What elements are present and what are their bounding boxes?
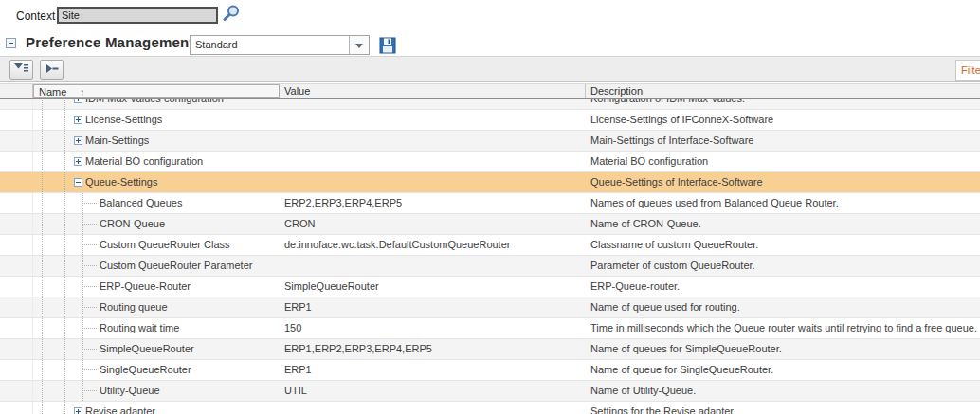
row-description: Name of CRON-Queue.: [586, 214, 980, 234]
row-value: [280, 152, 586, 171]
table-row[interactable]: IDM Max Values configuration Konfigurati…: [0, 99, 980, 110]
row-value: CRON: [280, 214, 586, 234]
row-name: License-Settings: [85, 110, 162, 130]
table-row[interactable]: Main-Settings Main-Settings of Interface…: [0, 131, 980, 152]
table-header: Name↑ Value Description: [0, 83, 980, 99]
expand-icon[interactable]: [74, 116, 82, 124]
row-description: Material BO configuration: [586, 152, 980, 171]
collapse-icon[interactable]: [74, 178, 82, 187]
row-value: [280, 110, 586, 130]
expand-icon[interactable]: [74, 407, 82, 414]
context-input[interactable]: [57, 7, 218, 24]
row-description: Classname of custom QueueRouter.: [586, 235, 980, 255]
row-name: Main-Settings: [85, 131, 149, 151]
table-row[interactable]: Utility-Queue UTIL Name of Utility-Queue…: [0, 381, 980, 402]
filter-toolbar-button[interactable]: [9, 60, 33, 80]
row-name: SingleQueueRouter: [100, 360, 191, 380]
column-header-description[interactable]: Description: [586, 84, 980, 98]
row-value: ERP2,ERP3,ERP4,ERP5: [280, 193, 586, 213]
row-description: Time in milliseconds which the Queue rou…: [586, 318, 980, 338]
row-description: Name of queues for SimpleQueueRouter.: [586, 339, 980, 359]
row-value: 150: [280, 318, 586, 338]
row-description: Name of Utility-Queue.: [586, 381, 980, 401]
table-row[interactable]: Custom QueueRouter Class de.innoface.wc.…: [0, 235, 980, 256]
row-value: ERP1,ERP2,ERP3,ERP4,ERP5: [280, 339, 586, 359]
row-name: Routing wait time: [100, 318, 179, 338]
table-row[interactable]: Balanced Queues ERP2,ERP3,ERP4,ERP5 Name…: [0, 193, 980, 214]
table-row-selected[interactable]: Queue-Settings Queue-Settings of Interfa…: [0, 172, 980, 193]
row-value: SimpleQueueRouter: [280, 277, 586, 297]
filter-edge-button[interactable]: Filter: [955, 60, 980, 81]
table-toolbar: [0, 56, 980, 82]
page-title: Preference Management: [26, 34, 194, 50]
row-name: Utility-Queue: [100, 381, 160, 401]
filter-icon: [14, 63, 28, 77]
row-value: [280, 402, 586, 414]
row-value: ERP1: [280, 297, 586, 317]
row-name: Balanced Queues: [100, 193, 182, 213]
row-value: UTIL: [280, 381, 586, 401]
row-name: Revise adapter: [85, 402, 155, 414]
table-row[interactable]: Custom QueueRouter Parameter Parameter o…: [0, 256, 980, 277]
row-name: Custom QueueRouter Parameter: [100, 256, 252, 276]
section-collapse-icon[interactable]: [6, 38, 16, 48]
table-row[interactable]: Routing wait time 150 Time in millisecon…: [0, 318, 980, 339]
row-name: CRON-Queue: [100, 214, 165, 234]
row-value: de.innoface.wc.task.DefaultCustomQueueRo…: [280, 235, 586, 255]
preset-dropdown-value: Standard: [195, 36, 238, 54]
column-header-gutter: [0, 84, 33, 98]
row-description: Parameter of custom QueueRouter.: [586, 256, 980, 276]
expand-icon[interactable]: [74, 136, 82, 145]
row-description: ERP-Queue-router.: [586, 277, 980, 297]
row-name: Queue-Settings: [85, 172, 157, 192]
row-name: SimpleQueueRouter: [100, 339, 194, 359]
sort-ascending-icon: ↑: [80, 87, 84, 98]
row-name: Material BO configuration: [85, 152, 203, 171]
row-description: Settings for the Revise adapter: [586, 402, 980, 414]
expand-icon[interactable]: [74, 99, 82, 103]
row-value: [280, 99, 586, 109]
row-name: ERP-Queue-Router: [100, 277, 191, 297]
column-header-name-label: Name: [39, 86, 66, 98]
context-search-button[interactable]: [222, 4, 241, 23]
table-row[interactable]: License-Settings License-Settings of IFC…: [0, 110, 980, 131]
save-icon: [379, 43, 396, 57]
expand-icon[interactable]: [74, 157, 82, 166]
table-row[interactable]: Routing queue ERP1 Name of queue used fo…: [0, 297, 980, 318]
table-row[interactable]: Revise adapter Settings for the Revise a…: [0, 402, 980, 414]
row-description: Name of queue for SingleQueueRouter.: [586, 360, 980, 380]
row-name: Routing queue: [100, 297, 168, 317]
row-value: [280, 172, 586, 192]
row-description: Main-Settings of Interface-Software: [586, 131, 980, 151]
table-row[interactable]: ERP-Queue-Router SimpleQueueRouter ERP-Q…: [0, 277, 980, 297]
collapse-all-button[interactable]: [40, 60, 64, 80]
row-description: Name of queue used for routing.: [586, 297, 980, 317]
row-name: IDM Max Values configuration: [85, 99, 224, 109]
row-description: Queue-Settings of Interface-Software: [586, 172, 980, 192]
collapse-all-icon: [45, 63, 59, 77]
search-icon: [222, 11, 241, 26]
row-description: Konfiguration of IDM Max Values.: [586, 99, 980, 109]
preferences-table: Name↑ Value Description IDM Max Values c…: [0, 83, 980, 414]
table-row[interactable]: SimpleQueueRouter ERP1,ERP2,ERP3,ERP4,ER…: [0, 339, 980, 360]
table-row[interactable]: Material BO configuration Material BO co…: [0, 152, 980, 172]
preset-dropdown[interactable]: Standard: [190, 35, 370, 55]
row-value: ERP1: [280, 360, 586, 380]
table-row[interactable]: CRON-Queue CRON Name of CRON-Queue.: [0, 214, 980, 235]
row-value: [280, 256, 586, 276]
row-value: [280, 131, 586, 151]
table-row[interactable]: SingleQueueRouter ERP1 Name of queue for…: [0, 360, 980, 381]
column-header-value[interactable]: Value: [280, 84, 586, 98]
chevron-down-icon: [355, 44, 363, 48]
column-header-name[interactable]: Name↑: [33, 84, 280, 98]
row-name: Custom QueueRouter Class: [100, 235, 230, 255]
context-label: Context: [16, 9, 55, 23]
row-description: License-Settings of IFConneX-Software: [586, 110, 980, 130]
save-button[interactable]: [378, 37, 396, 55]
dropdown-arrow-button[interactable]: [349, 36, 369, 54]
row-description: Names of queues used from Balanced Queue…: [586, 193, 980, 213]
